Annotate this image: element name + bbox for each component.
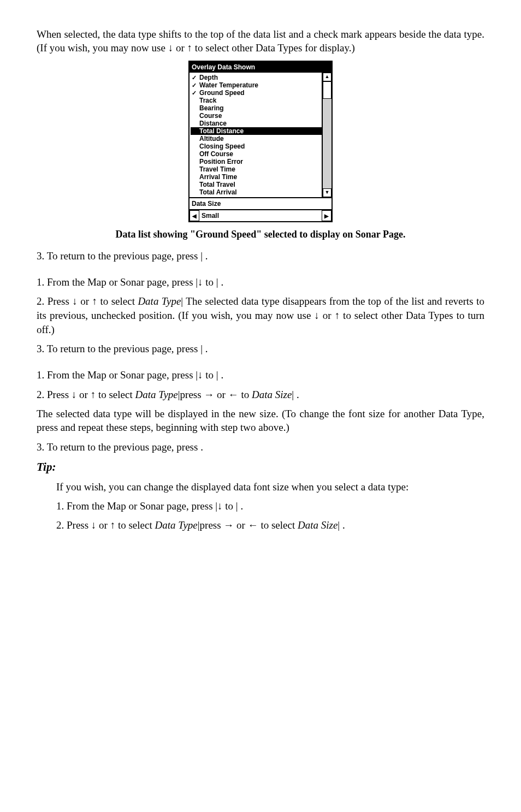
- list-item[interactable]: Distance: [191, 120, 322, 127]
- list-item-label: Travel Time: [199, 165, 235, 173]
- list-item[interactable]: Arrival Time: [191, 173, 322, 181]
- list-item-label: Ground Speed: [199, 89, 245, 97]
- scroll-thumb[interactable]: [323, 81, 331, 99]
- intro-paragraph: When selected, the data type shifts to t…: [37, 27, 484, 55]
- step-text: 1. From the Map or Sonar page, press |↓ …: [37, 275, 484, 289]
- list-item[interactable]: Travel Time: [191, 165, 322, 173]
- list-item[interactable]: ✓Depth: [191, 74, 322, 81]
- step-text: The selected data type will be displayed…: [37, 407, 484, 435]
- step-text: 2. Press ↓ or ↑ to select Data Type|pres…: [37, 388, 484, 402]
- list-item[interactable]: Track: [191, 97, 322, 104]
- list-item[interactable]: Position Error: [191, 158, 322, 165]
- list-item-label: Track: [199, 97, 216, 104]
- list-item[interactable]: ✓Ground Speed: [191, 89, 322, 97]
- list-item[interactable]: Course: [191, 112, 322, 120]
- size-value: Small: [199, 210, 322, 221]
- list-item-label: Off Course: [199, 150, 233, 158]
- step-text: 3. To return to the previous page, press…: [37, 249, 484, 263]
- tip-step: 1. From the Map or Sonar page, press |↓ …: [56, 499, 484, 513]
- check-icon: ✓: [192, 74, 199, 81]
- panel-title: Overlay Data Shown: [190, 62, 331, 73]
- list-item[interactable]: Total Distance: [191, 127, 322, 135]
- step-text: 3. To return to the previous page, press…: [37, 342, 484, 356]
- list-item[interactable]: Total Arrival: [191, 188, 322, 196]
- list-item-label: Total Distance: [199, 127, 244, 135]
- list-item-label: Depth: [199, 74, 218, 81]
- size-left-icon[interactable]: ◀: [190, 210, 199, 221]
- list-item-label: Altitude: [199, 135, 224, 143]
- list-item-label: Total Arrival: [199, 188, 237, 196]
- list-item-label: Position Error: [199, 158, 243, 165]
- tip-heading: Tip:: [37, 459, 484, 475]
- list-item[interactable]: Bearing: [191, 104, 322, 112]
- list-item-label: Bearing: [199, 104, 224, 112]
- step-text: 2. Press ↓ or ↑ to select Data Type| The…: [37, 294, 484, 336]
- step-text: 1. From the Map or Sonar page, press |↓ …: [37, 368, 484, 382]
- step-text: 3. To return to the previous page, press…: [37, 440, 484, 454]
- list-item[interactable]: Off Course: [191, 150, 322, 158]
- list-item[interactable]: Altitude: [191, 135, 322, 143]
- scroll-up-icon[interactable]: ▲: [323, 73, 331, 81]
- overlay-data-panel: Overlay Data Shown ✓Depth✓Water Temperat…: [188, 61, 333, 223]
- scroll-down-icon[interactable]: ▼: [323, 188, 331, 197]
- list-item-label: Total Travel: [199, 181, 235, 188]
- scroll-track[interactable]: [323, 81, 331, 188]
- list-item-label: Course: [199, 112, 222, 120]
- list-item-label: Water Temperature: [199, 81, 258, 89]
- tip-step: 2. Press ↓ or ↑ to select Data Type|pres…: [56, 518, 484, 532]
- tip-intro: If you wish, you can change the displaye…: [56, 480, 484, 494]
- list-item[interactable]: Total Travel: [191, 181, 322, 188]
- list-item-label: Distance: [199, 120, 227, 127]
- list-item-label: Arrival Time: [199, 173, 237, 181]
- list-item[interactable]: ✓Water Temperature: [191, 81, 322, 89]
- figure-caption: Data list showing "Ground Speed" selecte…: [37, 228, 484, 241]
- screenshot-container: Overlay Data Shown ✓Depth✓Water Temperat…: [37, 61, 484, 223]
- data-size-selector[interactable]: ◀ Small ▶: [190, 209, 331, 221]
- check-icon: ✓: [192, 89, 199, 97]
- list-item-label: Closing Speed: [199, 143, 245, 150]
- scrollbar[interactable]: ▲ ▼: [322, 73, 331, 197]
- size-right-icon[interactable]: ▶: [322, 210, 331, 221]
- check-icon: ✓: [192, 81, 199, 89]
- data-type-list[interactable]: ✓Depth✓Water Temperature✓Ground SpeedTra…: [190, 73, 322, 197]
- data-size-label: Data Size: [190, 198, 331, 209]
- list-item[interactable]: Closing Speed: [191, 143, 322, 150]
